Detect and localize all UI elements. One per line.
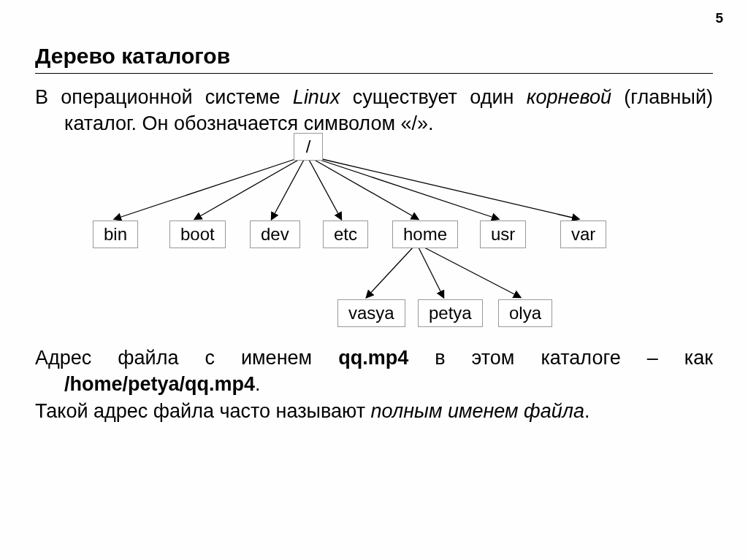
svg-line-5	[316, 158, 498, 219]
mid-t1: Адрес файла с именем	[35, 347, 338, 369]
last-t1: Такой адрес файла часто называют	[35, 400, 371, 422]
intro-t1: В операционной системе	[35, 86, 293, 108]
intro-linux: Linux	[293, 86, 340, 108]
intro-paragraph: В операционной системе Linux существует …	[35, 84, 713, 137]
slide-title: Дерево каталогов	[35, 44, 713, 69]
node-petya: petya	[418, 299, 483, 327]
svg-line-6	[319, 158, 579, 219]
node-vasya: vasya	[337, 299, 405, 327]
mid-path: /home/petya/qq.mp4	[64, 373, 255, 395]
svg-line-4	[312, 158, 418, 219]
node-boot: boot	[169, 220, 226, 248]
node-var: var	[560, 220, 606, 248]
node-etc: etc	[323, 220, 368, 248]
slide: 5 Дерево каталогов В операционной систем…	[0, 0, 748, 560]
mid-file: qq.mp4	[338, 347, 408, 369]
last-t2: .	[584, 400, 590, 422]
last-paragraph: Такой адрес файла часто называют полным …	[35, 398, 713, 424]
node-home: home	[392, 220, 458, 248]
node-root: /	[294, 133, 323, 161]
svg-line-1	[195, 158, 301, 219]
svg-line-8	[418, 246, 443, 297]
last-fullname: полным именем файла	[371, 400, 584, 422]
node-bin: bin	[93, 220, 138, 248]
page-number: 5	[715, 10, 723, 26]
svg-line-3	[308, 158, 341, 219]
mid-paragraph: Адрес файла с именем qq.mp4 в этом катал…	[35, 345, 713, 398]
intro-t2: существует один	[340, 86, 526, 108]
mid-t2: в этом каталоге – как	[408, 347, 713, 369]
mid-t3: .	[255, 373, 261, 395]
svg-line-7	[367, 246, 414, 297]
intro-root-word: корневой	[527, 86, 611, 108]
directory-tree: / bin boot dev etc home usr var vasya pe…	[38, 133, 710, 337]
svg-line-0	[115, 158, 297, 219]
svg-line-9	[421, 246, 520, 297]
node-usr: usr	[480, 220, 526, 248]
svg-line-2	[272, 158, 305, 219]
node-olya: olya	[498, 299, 552, 327]
node-dev: dev	[250, 220, 300, 248]
title-rule	[35, 73, 713, 74]
